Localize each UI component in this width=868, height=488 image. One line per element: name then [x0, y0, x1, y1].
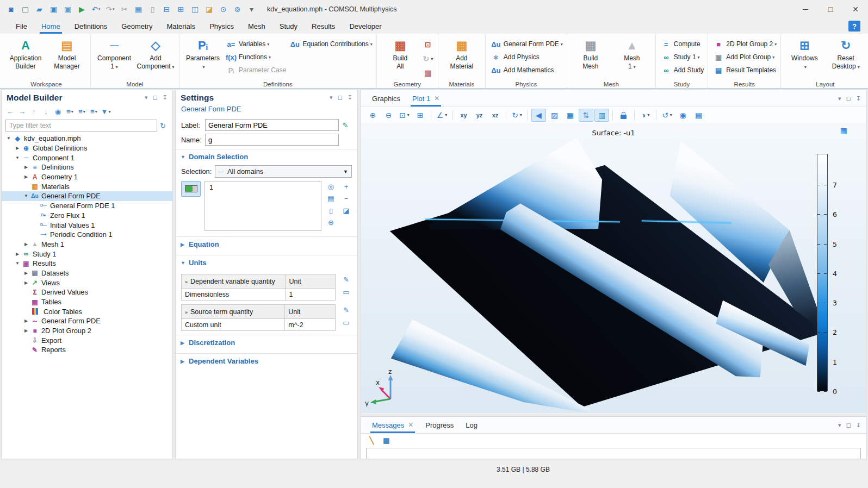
equation-contributions-button[interactable]: ΔuEquation Contributions▾: [288, 38, 372, 50]
tree-item-component-1[interactable]: ▼─Component 1: [2, 153, 172, 162]
import-geometry-button[interactable]: ⊡: [422, 39, 434, 51]
active-selection-toggle[interactable]: [181, 181, 201, 197]
menu-tab-file[interactable]: File: [9, 18, 34, 34]
float-panel-icon[interactable]: ◻: [846, 422, 851, 429]
add-study-button[interactable]: ∞Add Study: [660, 64, 704, 76]
virtual-operations-button[interactable]: ▥: [422, 67, 434, 79]
panel-menu-icon[interactable]: ▾: [330, 94, 333, 101]
edit-table-icon[interactable]: ✎: [340, 274, 352, 285]
component-1-button[interactable]: ─Component1▾: [95, 36, 134, 79]
rebuild-button[interactable]: ↻▾: [422, 53, 434, 65]
filter-tree-icon[interactable]: ▼▾: [100, 106, 111, 117]
redo-icon[interactable]: ↷▾: [103, 3, 117, 16]
parameter-case-button[interactable]: PᵢParameter Case: [225, 64, 286, 76]
tree-item-2d-plot-group-2[interactable]: ▶■2D Plot Group 2: [2, 326, 172, 336]
selection-dropdown[interactable]: ─ All domains ▼: [215, 165, 352, 178]
new-file-icon[interactable]: ▢: [18, 3, 32, 16]
tree-item-export[interactable]: ⇩Export: [2, 335, 172, 345]
model-tree-nodes-icon[interactable]: ≡▾: [88, 106, 100, 117]
menu-tab-materials[interactable]: Materials: [159, 18, 202, 34]
collapse-all-icon[interactable]: ≡▾: [76, 106, 88, 117]
rotate-view-button[interactable]: ↻▾: [510, 109, 524, 122]
tree-item-materials[interactable]: ▦Materials: [2, 182, 172, 191]
comsol-logo-icon[interactable]: ◙: [4, 3, 18, 16]
section-dependent-variables[interactable]: ▶ Dependent Variables: [176, 354, 357, 368]
unit-field-icon[interactable]: ▭: [340, 317, 352, 328]
print-button[interactable]: ▤: [691, 109, 706, 122]
src-quantity-cell[interactable]: Custom unit: [182, 319, 285, 331]
tree-item-initial-values-1[interactable]: ᴰ─Initial Values 1: [2, 220, 172, 230]
expander-closed-icon[interactable]: ▶: [22, 328, 30, 333]
close-tab-icon[interactable]: ✕: [434, 95, 439, 102]
clear-selection-icon[interactable]: ◪: [340, 205, 352, 215]
panel-menu-icon[interactable]: ▾: [838, 422, 841, 429]
color-palette-button[interactable]: ◑▾: [638, 109, 653, 122]
find-icon[interactable]: ⊙: [216, 3, 230, 16]
copy-icon[interactable]: ▤: [132, 3, 145, 16]
add-component-button[interactable]: ◇AddComponent▾: [136, 36, 175, 79]
add-plot-group-button[interactable]: ▣Add Plot Group▾: [712, 51, 777, 63]
close-button[interactable]: ✕: [843, 0, 868, 18]
go-to-default-view-button[interactable]: ∠▾: [435, 109, 449, 122]
float-panel-icon[interactable]: ◻: [846, 95, 851, 102]
result-templates-button[interactable]: ▤Result Templates: [712, 64, 777, 76]
scene-light-button[interactable]: ◀: [531, 109, 546, 122]
add-mathematics-button[interactable]: ΔuAdd Mathematics: [489, 64, 563, 76]
messages-tab-progress[interactable]: Progress: [419, 417, 460, 433]
tree-item-general-form-pde[interactable]: ▼ΔuGeneral Form PDE: [2, 191, 172, 201]
menu-tab-results[interactable]: Results: [305, 18, 342, 34]
move-up-icon[interactable]: ↑: [28, 106, 40, 117]
tree-item-definitions[interactable]: ▶≡Definitions: [2, 162, 172, 172]
section-units[interactable]: ▼ Units: [176, 255, 357, 270]
messages-list[interactable]: [366, 448, 861, 459]
show-grid-button[interactable]: ▦: [563, 109, 578, 122]
src-unit-cell[interactable]: m^-2: [285, 319, 336, 331]
view-xy-button[interactable]: xy: [456, 109, 471, 122]
messages-tab-messages[interactable]: Messages✕: [366, 417, 419, 433]
expander-closed-icon[interactable]: ▶: [22, 242, 30, 247]
view-yz-button[interactable]: yz: [472, 109, 487, 122]
zoom-box-button[interactable]: ⊡▾: [397, 109, 412, 122]
tree-item-views[interactable]: ▶↗Views: [2, 278, 172, 287]
variables-button[interactable]: a=Variables▾: [225, 38, 286, 50]
show-color-legend-button[interactable]: ▥: [594, 109, 609, 122]
menu-tab-physics[interactable]: Physics: [202, 18, 241, 34]
tree-item-geometry-1[interactable]: ▶AGeometry 1: [2, 172, 172, 182]
save-icon[interactable]: ▣: [47, 3, 60, 16]
refresh-tree-icon[interactable]: ↻: [157, 120, 169, 131]
edit-table-icon[interactable]: ✎: [340, 304, 352, 315]
tree-item-reports[interactable]: ✎Reports: [2, 345, 172, 355]
functions-button[interactable]: f(x)Functions▾: [225, 51, 286, 63]
application-builder-button[interactable]: AApplicationBuilder: [6, 36, 45, 79]
tree-item-general-form-pde[interactable]: ▶∼General Form PDE: [2, 316, 172, 326]
update-plot-button[interactable]: ↺▾: [660, 109, 674, 122]
qat-more-icon[interactable]: ▾: [245, 3, 258, 16]
model-manager-button[interactable]: ▤ModelManager: [47, 36, 86, 79]
move-down-icon[interactable]: ↓: [40, 106, 52, 117]
menu-tab-study[interactable]: Study: [272, 18, 305, 34]
tree-item-tables[interactable]: ▦Tables: [2, 297, 172, 307]
show-axis-orientation-button[interactable]: ⇅: [579, 109, 593, 122]
messages-tab-log[interactable]: Log: [460, 417, 483, 433]
parameters-button[interactable]: PᵢParameters▾: [183, 36, 222, 79]
2d-plot-group-2-button[interactable]: ■2D Plot Group 2▾: [712, 38, 777, 50]
tree-item-datasets[interactable]: ▶▦Datasets: [2, 268, 172, 278]
expand-columns-icon[interactable]: »: [185, 310, 188, 315]
plot-area[interactable]: Surface: -u1 01234567 ▦ z x y: [361, 123, 866, 413]
lock-camera-button[interactable]: [616, 109, 631, 122]
tree-item-results[interactable]: ▼▣Results: [2, 259, 172, 268]
expander-open-icon[interactable]: ▼: [14, 261, 21, 266]
windows-button[interactable]: ⊞Windows▾: [785, 36, 824, 79]
remove-from-selection-icon[interactable]: −: [340, 193, 352, 203]
graphics-tab-plot-1[interactable]: Plot 1✕: [406, 90, 445, 107]
show-icon[interactable]: ◉: [52, 106, 64, 117]
study-1-button[interactable]: ∞Study 1▾: [660, 51, 704, 63]
minimize-button[interactable]: ─: [793, 0, 818, 18]
pin-panel-icon[interactable]: ↧: [348, 94, 352, 101]
view-xz-button[interactable]: xz: [488, 109, 503, 122]
expander-open-icon[interactable]: ▼: [5, 136, 13, 141]
reset-desktop-button[interactable]: ↻ResetDesktop▾: [826, 36, 865, 79]
dep-unit-cell[interactable]: 1: [286, 289, 336, 301]
transparency-button[interactable]: ▨: [547, 109, 562, 122]
expander-closed-icon[interactable]: ▶: [14, 146, 21, 151]
